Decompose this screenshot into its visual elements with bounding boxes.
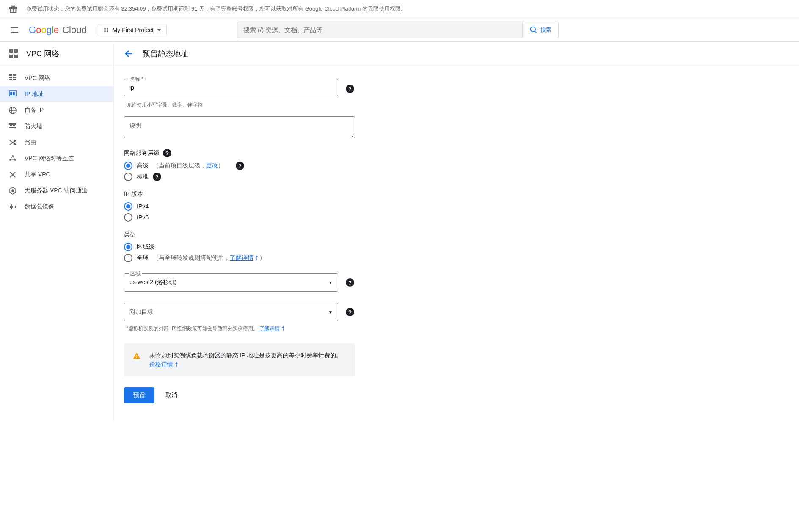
tier-standard-radio[interactable]: 标准 ? <box>124 173 463 181</box>
radio-checked-icon <box>124 162 132 170</box>
name-input[interactable] <box>124 79 338 96</box>
sidebar-item-ip-addresses[interactable]: IP 地址 <box>0 86 113 102</box>
search-wrapper: 搜索 <box>237 22 559 38</box>
sidebar-title: VPC 网络 <box>26 49 59 59</box>
search-button[interactable]: 搜索 <box>522 22 559 38</box>
sidebar-item-serverless-vpc[interactable]: 无服务器 VPC 访问通道 <box>0 183 113 199</box>
svg-rect-48 <box>12 206 13 208</box>
search-input[interactable] <box>237 22 522 38</box>
sidebar-item-vpc-networks[interactable]: VPC 网络 <box>0 70 113 86</box>
ipv6-label: IPv6 <box>137 214 149 221</box>
project-selector[interactable]: My First Project <box>98 24 167 36</box>
external-link-icon: ➚ <box>279 324 287 332</box>
tier-premium-radio[interactable]: 高级 （当前项目级层级，更改） ? <box>124 162 463 170</box>
help-icon[interactable]: ? <box>163 149 171 157</box>
sidebar: VPC 网络 VPC 网络 IP 地址 自备 IP 防火墙 路由 <box>0 42 113 420</box>
firewall-icon <box>8 123 17 130</box>
svg-rect-3 <box>11 27 18 28</box>
warning-text-wrap: 未附加到实例或负载均衡器的静态 IP 地址是按更高的每小时费率计费的。 价格详情… <box>149 351 342 369</box>
type-regional-radio[interactable]: 区域级 <box>124 243 463 251</box>
search-button-label: 搜索 <box>540 26 551 34</box>
radio-unchecked-icon <box>124 173 132 181</box>
svg-rect-29 <box>11 123 14 125</box>
globe-icon <box>8 107 17 114</box>
sidebar-item-label: 无服务器 VPC 访问通道 <box>25 187 88 195</box>
help-icon[interactable]: ? <box>346 85 354 93</box>
radio-checked-icon <box>124 202 132 211</box>
sidebar-item-byoip[interactable]: 自备 IP <box>0 102 113 118</box>
sidebar-item-routes[interactable]: 路由 <box>0 134 113 151</box>
type-global-radio[interactable]: 全球 （与全球转发规则搭配使用，了解详情➚） <box>124 254 463 262</box>
billing-warning-box: 未附加到实例或负载均衡器的静态 IP 地址是按更高的每小时费率计费的。 价格详情… <box>124 343 355 376</box>
sidebar-item-packet-mirroring[interactable]: 数据包镜像 <box>0 199 113 215</box>
type-global-label: 全球 <box>137 254 149 262</box>
svg-rect-50 <box>15 206 16 208</box>
svg-point-45 <box>12 190 14 192</box>
svg-rect-16 <box>9 74 12 76</box>
sidebar-item-peering[interactable]: VPC 网络对等互连 <box>0 151 113 167</box>
svg-rect-31 <box>10 125 12 126</box>
sidebar-item-shared-vpc[interactable]: 共享 VPC <box>0 167 113 183</box>
region-field-label: 区域 <box>129 270 142 277</box>
trial-banner: 免费试用状态：您的免费试用赠金还有 $2,354.09，免费试用期还剩 91 天… <box>0 0 799 18</box>
sidebar-item-label: 共享 VPC <box>25 171 50 178</box>
project-dots-icon <box>103 27 109 33</box>
sidebar-item-label: 自备 IP <box>25 107 44 114</box>
sidebar-item-label: 数据包镜像 <box>25 203 54 211</box>
svg-rect-4 <box>11 30 18 30</box>
search-icon <box>529 26 538 34</box>
help-icon[interactable]: ? <box>346 308 354 316</box>
tier-change-link[interactable]: 更改 <box>206 162 218 169</box>
svg-rect-20 <box>13 77 16 78</box>
type-global-note: （与全球转发规则搭配使用，了解详情➚） <box>153 254 265 262</box>
help-icon[interactable]: ? <box>153 173 161 181</box>
type-global-learn-link[interactable]: 了解详情➚ <box>230 254 259 261</box>
form: 名称 * ? 允许使用小写字母、数字、连字符 网络服务层级 ? 高级 （当前项目… <box>114 66 474 420</box>
sidebar-header: VPC 网络 <box>0 42 113 66</box>
svg-rect-13 <box>14 49 18 53</box>
sidebar-item-label: 防火墙 <box>25 123 42 130</box>
reserve-button[interactable]: 预留 <box>124 387 154 403</box>
cancel-button[interactable]: 取消 <box>162 387 181 403</box>
grid-icon <box>8 74 17 82</box>
description-input[interactable] <box>124 116 355 138</box>
warning-text: 未附加到实例或负载均衡器的静态 IP 地址是按更高的每小时费率计费的。 <box>149 352 342 359</box>
sidebar-item-label: IP 地址 <box>25 90 44 98</box>
vpc-network-icon <box>8 49 19 59</box>
svg-line-42 <box>13 156 15 160</box>
svg-rect-21 <box>13 79 16 80</box>
trial-banner-text: 免费试用状态：您的免费试用赠金还有 $2,354.09，免费试用期还剩 91 天… <box>26 5 406 13</box>
region-select[interactable]: 区域 us-west2 (洛杉矶) ▼ <box>124 273 338 292</box>
pricing-link[interactable]: 价格详情➚ <box>149 361 179 367</box>
network-tier-label: 网络服务层级 ? <box>124 149 463 157</box>
attach-target-select[interactable]: 附加目标 ▼ <box>124 303 338 321</box>
svg-point-10 <box>530 27 535 32</box>
svg-point-6 <box>104 28 106 30</box>
tier-standard-label: 标准 <box>137 173 149 181</box>
google-cloud-logo[interactable]: Google Cloud <box>29 25 87 36</box>
ipv4-radio[interactable]: IPv4 <box>124 202 463 211</box>
gift-icon <box>8 4 18 14</box>
ipv6-radio[interactable]: IPv6 <box>124 213 463 222</box>
attach-learn-link[interactable]: 了解详情➚ <box>259 326 286 332</box>
svg-rect-32 <box>13 125 15 126</box>
svg-rect-33 <box>9 127 11 128</box>
svg-rect-47 <box>11 204 12 209</box>
packet-mirroring-icon <box>8 203 17 211</box>
svg-rect-46 <box>10 206 11 208</box>
menu-button[interactable] <box>7 22 22 38</box>
back-arrow-button[interactable] <box>124 49 134 59</box>
svg-rect-17 <box>9 77 12 78</box>
svg-rect-5 <box>11 32 18 33</box>
svg-line-41 <box>10 156 13 160</box>
sidebar-item-firewall[interactable]: 防火墙 <box>0 118 113 134</box>
sidebar-item-label: 路由 <box>25 139 36 146</box>
sidebar-item-label: VPC 网络对等互连 <box>25 155 74 162</box>
external-link-icon: ➚ <box>171 359 181 369</box>
help-icon[interactable]: ? <box>346 278 354 287</box>
svg-marker-36 <box>14 140 16 142</box>
serverless-icon <box>8 187 17 195</box>
caret-down-icon: ▼ <box>328 310 333 315</box>
sidebar-item-label: VPC 网络 <box>25 74 50 82</box>
help-icon[interactable]: ? <box>236 162 244 170</box>
